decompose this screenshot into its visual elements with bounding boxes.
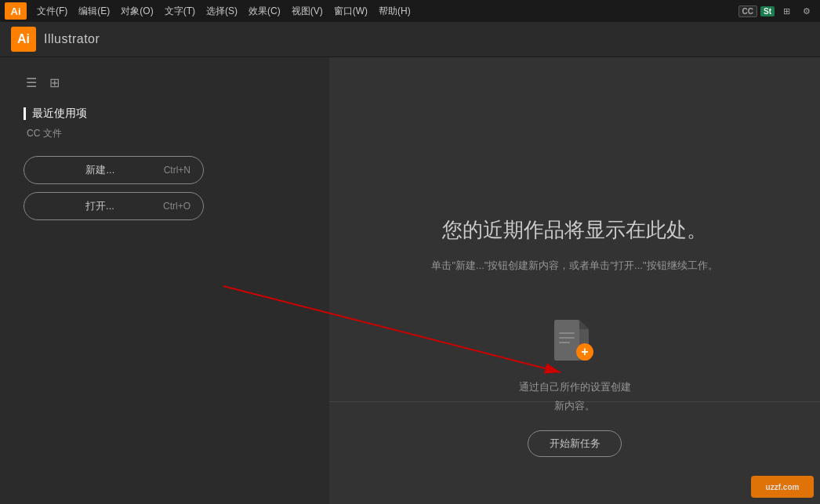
menu-window[interactable]: 窗口(W): [328, 2, 373, 20]
cc-files-label: CC 文件: [27, 127, 306, 140]
titlebar-ai-logo: Ai: [5, 2, 27, 20]
titlebar: Ai 文件(F) 编辑(E) 对象(O) 文字(T) 选择(S) 效果(C) 视…: [0, 0, 820, 22]
menu-help[interactable]: 帮助(H): [373, 2, 416, 20]
start-new-task-button[interactable]: 开始新任务: [528, 430, 622, 457]
grid-view-icon[interactable]: ⊞: [47, 73, 62, 92]
open-button[interactable]: 打开... Ctrl+O: [24, 192, 204, 220]
new-button-label: 新建...: [37, 163, 164, 177]
svg-rect-4: [559, 337, 575, 339]
right-panel: 您的近期作品将显示在此处。 单击"新建..."按钮创建新内容，或者单击"打开..…: [329, 57, 820, 504]
st-badge[interactable]: St: [760, 6, 775, 16]
svg-rect-3: [559, 332, 575, 334]
placeholder-desc: 单击"新建..."按钮创建新内容，或者单击"打开..."按钮继续工作。: [431, 256, 717, 274]
grid-view-icon[interactable]: ⊞: [778, 2, 795, 20]
file-icon-container: +: [554, 320, 595, 367]
open-button-shortcut: Ctrl+O: [163, 201, 190, 212]
menu-bar: 文件(F) 编辑(E) 对象(O) 文字(T) 选择(S) 效果(C) 视图(V…: [31, 2, 734, 20]
migrate-desc: 通过自己所作的设置创建 新内容。: [519, 378, 631, 415]
svg-rect-5: [559, 342, 570, 343]
watermark-text: uzzf.com: [766, 483, 800, 491]
new-button[interactable]: 新建... Ctrl+N: [24, 156, 204, 184]
list-view-icon[interactable]: ☰: [24, 73, 39, 92]
svg-rect-0: [554, 320, 579, 361]
file-document-icon: +: [554, 320, 589, 361]
open-button-label: 打开...: [37, 199, 163, 213]
menu-text[interactable]: 文字(T): [159, 2, 201, 20]
app-title: Illustrator: [44, 32, 100, 46]
file-add-icon: +: [576, 343, 593, 361]
menu-edit[interactable]: 编辑(E): [73, 2, 115, 20]
menu-object[interactable]: 对象(O): [115, 2, 158, 20]
menu-file[interactable]: 文件(F): [31, 2, 73, 20]
view-toggle: ☰ ⊞: [24, 73, 306, 92]
cc-badge[interactable]: CC: [738, 5, 757, 17]
menu-view[interactable]: 视图(V): [286, 2, 328, 20]
menu-select[interactable]: 选择(S): [201, 2, 243, 20]
recent-title: 最近使用项: [32, 107, 87, 121]
menu-effect[interactable]: 效果(C): [243, 2, 286, 20]
left-panel: ☰ ⊞ 最近使用项 CC 文件 新建... Ctrl+N 打开... Ctrl+…: [0, 57, 329, 504]
new-button-shortcut: Ctrl+N: [164, 165, 190, 176]
titlebar-right-icons: CC St ⊞ ⚙: [738, 2, 815, 20]
main-content: ☰ ⊞ 最近使用项 CC 文件 新建... Ctrl+N 打开... Ctrl+…: [0, 57, 820, 504]
watermark: uzzf.com: [751, 476, 814, 498]
svg-marker-2: [579, 320, 589, 329]
placeholder-title: 您的近期作品将显示在此处。: [442, 216, 707, 244]
header-ai-icon: Ai: [11, 27, 36, 52]
recent-header: 最近使用项: [24, 107, 306, 121]
recent-bar-indicator: [24, 107, 26, 120]
settings-icon[interactable]: ⚙: [798, 2, 815, 20]
app-header: Ai Illustrator: [0, 22, 820, 57]
